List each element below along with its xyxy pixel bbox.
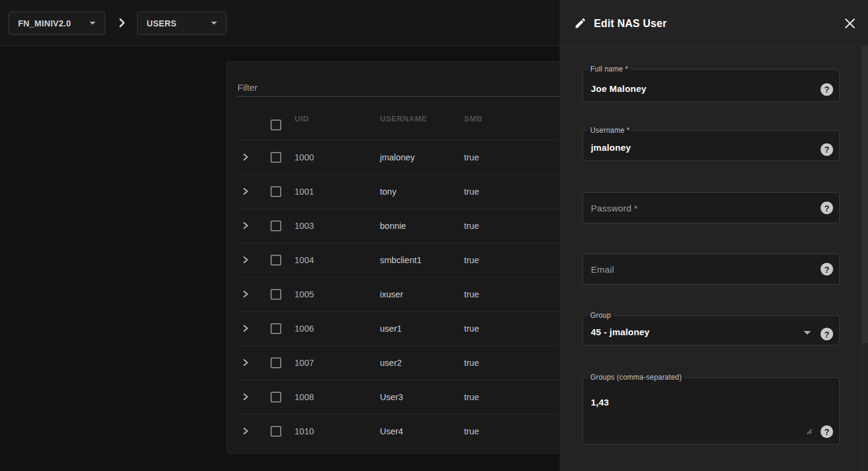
expand-row-icon[interactable] — [240, 290, 250, 299]
row-checkbox[interactable] — [270, 220, 281, 231]
resize-handle-icon[interactable] — [805, 426, 812, 437]
cell-username: user2 — [380, 358, 402, 368]
cell-smb: true — [464, 324, 479, 333]
section-dropdown-label: USERS — [147, 19, 177, 28]
cell-smb: true — [464, 153, 479, 162]
section-dropdown-button[interactable]: USERS — [137, 11, 227, 35]
username-label: Username * — [587, 126, 632, 135]
cell-smb: true — [464, 255, 479, 265]
row-checkbox[interactable] — [270, 289, 281, 300]
group-select-field[interactable]: Group 45 - jmaloney ? — [582, 311, 840, 345]
groups-textarea-field[interactable]: Groups (comma-separated) 1,43 ? — [582, 373, 840, 445]
cell-uid: 1003 — [295, 221, 314, 231]
help-icon[interactable]: ? — [821, 263, 833, 276]
close-icon[interactable] — [843, 17, 857, 30]
cell-username: User4 — [380, 427, 403, 436]
help-icon[interactable]: ? — [821, 143, 833, 156]
column-header-username[interactable]: USERNAME — [380, 114, 427, 123]
cell-smb: true — [464, 427, 479, 436]
full-name-field[interactable]: Full name * Joe Maloney ? — [582, 65, 840, 102]
cell-smb: true — [464, 221, 479, 231]
cell-username: tony — [380, 187, 396, 196]
username-field[interactable]: Username * jmaloney ? — [582, 126, 840, 161]
password-field[interactable]: Password * ? — [582, 192, 840, 223]
row-checkbox[interactable] — [270, 152, 281, 163]
panel-scrollbar-thumb[interactable] — [861, 46, 868, 343]
email-label: Email — [591, 264, 614, 275]
help-icon[interactable]: ? — [821, 425, 833, 438]
help-icon[interactable]: ? — [821, 202, 833, 214]
chevron-down-icon — [211, 22, 217, 25]
row-checkbox[interactable] — [270, 255, 281, 266]
cell-uid: 1008 — [295, 392, 314, 402]
cell-uid: 1010 — [295, 427, 314, 436]
system-dropdown-button[interactable]: FN_MINIV2.0 — [8, 11, 105, 35]
panel-scrollbar-track[interactable] — [861, 46, 868, 471]
full-name-label: Full name * — [587, 65, 631, 73]
full-name-value[interactable]: Joe Maloney — [591, 84, 646, 94]
column-header-uid[interactable]: UID — [295, 114, 309, 123]
cell-smb: true — [464, 358, 479, 368]
expand-row-icon[interactable] — [240, 392, 250, 402]
chevron-down-icon — [90, 22, 96, 25]
cell-uid: 1004 — [295, 255, 314, 265]
expand-row-icon[interactable] — [240, 255, 250, 265]
expand-row-icon[interactable] — [240, 153, 250, 162]
cell-username: smbclient1 — [380, 255, 421, 265]
cell-username: user1 — [380, 324, 402, 333]
edit-pencil-icon — [574, 17, 587, 32]
cell-username: User3 — [380, 392, 403, 402]
password-label: Password * — [591, 203, 638, 213]
cell-uid: 1007 — [295, 358, 314, 368]
edit-nas-user-panel: Edit NAS User Full name * Joe Maloney ? … — [560, 0, 868, 471]
expand-row-icon[interactable] — [240, 221, 250, 231]
row-checkbox[interactable] — [270, 426, 281, 437]
row-checkbox[interactable] — [270, 392, 281, 403]
app-window: FN_MINIV2.0 USERS UID USERNAME SMB — [0, 0, 868, 471]
column-header-smb[interactable]: SMB — [464, 114, 482, 123]
cell-uid: 1001 — [295, 187, 314, 196]
cell-username: bonnie — [380, 221, 406, 231]
system-dropdown-label: FN_MINIV2.0 — [18, 19, 71, 28]
select-all-checkbox[interactable] — [270, 120, 281, 130]
expand-row-icon[interactable] — [240, 187, 250, 196]
filter-input[interactable] — [237, 79, 574, 97]
cell-uid: 1006 — [295, 324, 314, 333]
groups-label: Groups (comma-separated) — [587, 373, 685, 381]
group-label: Group — [587, 311, 614, 320]
group-value[interactable]: 45 - jmaloney — [591, 327, 650, 337]
expand-row-icon[interactable] — [240, 358, 250, 368]
email-field[interactable]: Email ? — [582, 254, 840, 285]
chevron-down-icon[interactable] — [804, 331, 811, 335]
groups-value[interactable]: 1,43 — [591, 397, 609, 407]
cell-smb: true — [464, 290, 479, 299]
help-icon[interactable]: ? — [821, 328, 833, 341]
expand-row-icon[interactable] — [240, 427, 250, 436]
username-value[interactable]: jmaloney — [591, 142, 631, 153]
cell-uid: 1005 — [295, 290, 314, 299]
help-icon[interactable]: ? — [821, 83, 833, 96]
panel-header: Edit NAS User — [560, 0, 868, 46]
row-checkbox[interactable] — [270, 186, 281, 197]
cell-smb: true — [464, 187, 479, 196]
row-checkbox[interactable] — [270, 323, 281, 334]
breadcrumb-separator-icon — [117, 17, 127, 31]
cell-username: jmaloney — [380, 153, 415, 162]
cell-smb: true — [464, 392, 479, 402]
row-checkbox[interactable] — [270, 357, 281, 368]
cell-username: ixuser — [380, 290, 403, 299]
panel-title: Edit NAS User — [594, 17, 667, 30]
cell-uid: 1000 — [295, 153, 314, 162]
expand-row-icon[interactable] — [240, 324, 250, 333]
